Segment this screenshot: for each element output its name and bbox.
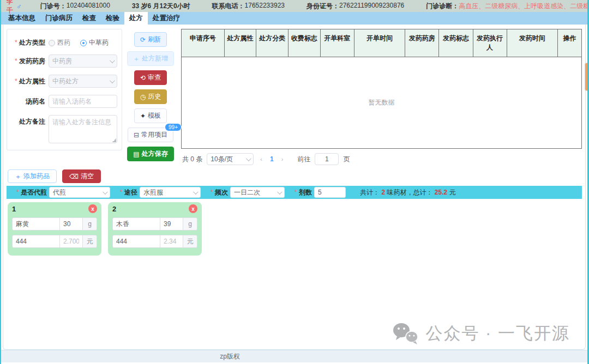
radio-chinese-herbal[interactable]: 中草药 [80, 38, 109, 47]
trash-icon: ⌫ [69, 173, 79, 180]
goto-page-input[interactable] [315, 153, 339, 165]
close-icon[interactable]: x [189, 204, 197, 213]
review-button[interactable]: ⟲ 审查 [134, 70, 167, 85]
pharmacy-label: 发药药房 [11, 54, 45, 66]
radio-dot-icon [80, 40, 87, 46]
save-icon: ▤ [133, 151, 139, 157]
col-dispense-flag: 发药标志 [439, 29, 473, 57]
remark-label: 处方备注 [11, 115, 45, 126]
count-badge: 99+ [165, 123, 182, 131]
tab-basic-info[interactable]: 基本信息 [3, 12, 40, 25]
drug-quantity-input[interactable] [60, 217, 83, 230]
tab-examination[interactable]: 检查 [77, 12, 101, 25]
tab-bar: 基本信息 门诊病历 检查 检验 处方 处置治疗 [1, 12, 587, 25]
list-icon: ⊟ [134, 132, 139, 138]
remark-textarea[interactable] [49, 115, 117, 143]
chevron-down-icon [277, 189, 283, 195]
refresh-icon: ⟳ [140, 37, 146, 43]
col-operation: 操作 [558, 29, 581, 57]
dose-count-label: 剂数 [294, 188, 312, 197]
total-count: 共 0 条 [182, 155, 202, 164]
prescription-table-panel: 申请序号 处方属性 处方分类 收费标志 开单科室 开单时间 发药药房 发药标志 … [181, 29, 582, 165]
male-gender-icon: ♂ [16, 2, 22, 10]
clear-drugs-button[interactable]: ⌫ 清空 [62, 169, 101, 183]
drug-name-input[interactable] [12, 217, 60, 230]
drug-name-input[interactable] [112, 217, 160, 230]
decoction-name-input[interactable] [49, 95, 117, 108]
goto-label: 前往 [297, 155, 310, 164]
save-prescription-button[interactable]: ▤ 处方保存 [127, 147, 173, 161]
clock-icon: ◷ [140, 94, 146, 100]
decoct-label: 是否代煎 [16, 188, 47, 197]
col-category: 处方分类 [256, 29, 289, 57]
patient-phone: 联系电话： 17652233923 [212, 2, 285, 11]
template-icon: ✦ [140, 113, 146, 119]
watermark-text: 公众号 · 一飞开源 [425, 322, 570, 345]
unit-label: g [83, 217, 97, 230]
chevron-down-icon [110, 58, 115, 63]
frequency-select[interactable]: 一日二次 [230, 187, 285, 198]
decoct-select[interactable]: 代煎 [49, 187, 110, 198]
drug-toolbar: ＋ 添加药品 ⌫ 清空 [8, 169, 582, 183]
drug-quantity-input[interactable] [160, 217, 183, 230]
close-icon[interactable]: x [88, 204, 97, 213]
decoction-options-bar: 是否代煎 代煎 途径 水煎服 频次 一日二次 剂数 共计： 2 味药材，总计： … [7, 186, 582, 199]
wechat-icon [392, 322, 420, 345]
refresh-left-icon: ⟲ [140, 75, 146, 81]
col-dispense-pharmacy: 发药药房 [405, 29, 439, 57]
drug-card: 2 x g 元 [108, 202, 202, 256]
decoction-name-label: 汤药名 [11, 95, 45, 106]
common-items-button[interactable]: ⊟ 常用项目 99+ [128, 128, 173, 142]
col-dispense-time: 发药时间 [507, 29, 558, 57]
chevron-down-icon [193, 189, 199, 195]
current-page[interactable]: 1 [269, 155, 275, 163]
col-order-time: 开单时间 [354, 29, 405, 57]
herb-count: 2 [381, 189, 385, 196]
attribute-select[interactable]: 中药处方 [49, 75, 117, 88]
tab-outpatient-record[interactable]: 门诊病历 [40, 12, 77, 25]
drug-price-input[interactable] [112, 235, 160, 248]
frequency-label: 频次 [211, 188, 228, 197]
prescription-type-label: 处方类型 [11, 36, 45, 47]
page-size-select[interactable]: 10条/页 [207, 153, 254, 165]
prescription-table: 申请序号 处方属性 处方分类 收费标志 开单科室 开单时间 发药药房 发药标志 … [181, 29, 582, 149]
prescription-form: 处方类型 西药 中草药 发药药房 中药房 [7, 29, 122, 150]
chevron-down-icon [103, 189, 108, 195]
prescription-type-radios: 西药 中草药 [49, 36, 117, 47]
template-button[interactable]: ✦ 模板 [134, 108, 167, 123]
tab-treatment[interactable]: 处置治疗 [148, 12, 185, 25]
resize-grip-icon[interactable] [112, 138, 116, 142]
patient-info-bar: 李千 ♂ 门诊号： 102404081000 33 岁6 月12天0小时 联系电… [1, 0, 587, 12]
scrollbar-thumb[interactable] [585, 63, 588, 91]
tab-lab-test[interactable]: 检验 [101, 12, 124, 25]
unit-label: g [183, 217, 197, 230]
dose-count-input[interactable] [314, 187, 346, 198]
route-select[interactable]: 水煎服 [140, 187, 201, 198]
pharmacy-select[interactable]: 中药房 [49, 54, 117, 68]
patient-age: 33 岁6 月12天0小时 [132, 2, 190, 11]
prescription-page: { "patient_bar": { "name": "李千", "gender… [0, 0, 589, 364]
history-button[interactable]: ◷ 历史 [134, 89, 167, 104]
outpatient-diagnosis: 门诊诊断： 高血压、二级糖尿病、上呼吸道感染、二级糖尿病、上呼吸道感染 [426, 2, 589, 11]
prev-page-button[interactable]: ‹ [258, 156, 265, 162]
col-charge-flag: 收费标志 [289, 29, 321, 57]
drug-card-list: 1 x g 元 2 x g [8, 202, 582, 256]
next-page-button[interactable]: › [279, 156, 286, 162]
chevron-down-icon [110, 78, 115, 83]
drug-index: 1 [12, 205, 16, 213]
new-prescription-button[interactable]: ＋ 处方新增 [127, 51, 174, 66]
tab-prescription[interactable]: 处方 [124, 12, 148, 25]
table-header-row: 申请序号 处方属性 处方分类 收费标志 开单科室 开单时间 发药药房 发药标志 … [182, 29, 581, 57]
total-price: 25.2 [435, 189, 447, 196]
plus-icon: ＋ [133, 56, 140, 62]
col-order-dept: 开单科室 [321, 29, 354, 57]
currency-label: 元 [83, 235, 97, 248]
plus-icon: ＋ [15, 173, 21, 180]
drug-card: 1 x g 元 [8, 202, 101, 256]
add-drug-button[interactable]: ＋ 添加药品 [8, 169, 57, 183]
col-request-no: 申请序号 [182, 29, 225, 57]
chevron-down-icon [246, 156, 251, 161]
refresh-button[interactable]: ⟳ 刷新 [134, 32, 167, 47]
drug-price-input[interactable] [12, 235, 60, 248]
radio-western-medicine[interactable]: 西药 [49, 38, 70, 47]
